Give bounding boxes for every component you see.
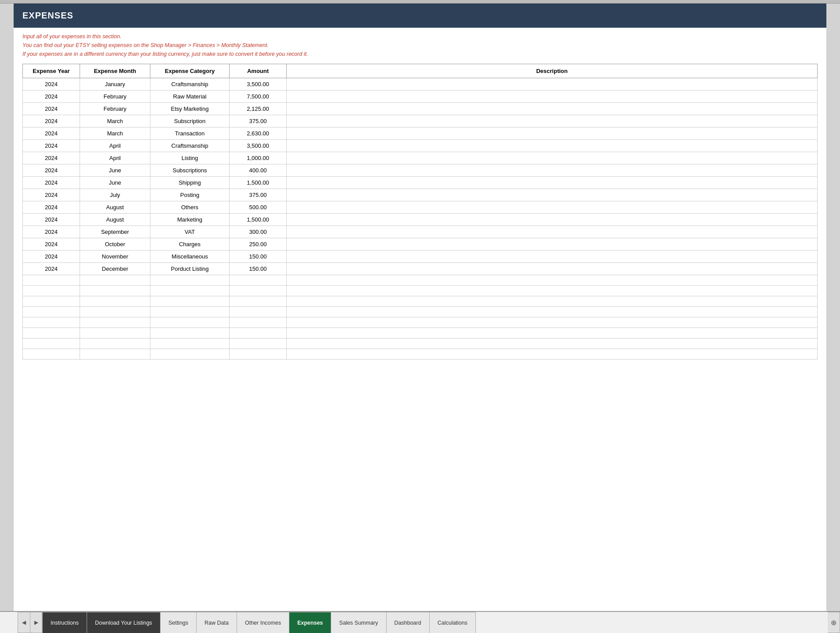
empty-cell[interactable] xyxy=(287,349,818,360)
cell-month[interactable]: June xyxy=(80,164,150,177)
empty-cell[interactable] xyxy=(230,275,287,286)
cell-description[interactable] xyxy=(287,189,818,201)
empty-cell[interactable] xyxy=(150,286,230,296)
cell-description[interactable] xyxy=(287,238,818,251)
tab-prev-button[interactable]: ◀ xyxy=(18,612,30,633)
cell-month[interactable]: October xyxy=(80,238,150,251)
empty-cell[interactable] xyxy=(23,328,80,338)
cell-year[interactable]: 2024 xyxy=(23,127,80,140)
cell-category[interactable]: Listing xyxy=(150,152,230,164)
cell-year[interactable]: 2024 xyxy=(23,115,80,127)
cell-category[interactable]: Miscellaneous xyxy=(150,251,230,263)
empty-cell[interactable] xyxy=(80,328,150,338)
cell-category[interactable]: Posting xyxy=(150,189,230,201)
empty-cell[interactable] xyxy=(23,338,80,349)
cell-category[interactable]: Others xyxy=(150,201,230,214)
cell-amount[interactable]: 500.00 xyxy=(230,201,287,214)
tab-raw-data[interactable]: Raw Data xyxy=(196,612,237,633)
tab-add-button[interactable]: ⊕ xyxy=(828,612,840,633)
table-row[interactable]: 2024AugustMarketing1,500.00 xyxy=(23,214,818,226)
empty-cell[interactable] xyxy=(150,307,230,317)
empty-cell[interactable] xyxy=(23,317,80,328)
tab-dashboard[interactable]: Dashboard xyxy=(386,612,429,633)
empty-cell[interactable] xyxy=(150,275,230,286)
table-row[interactable]: 2024SeptemberVAT300.00 xyxy=(23,226,818,238)
cell-year[interactable]: 2024 xyxy=(23,177,80,189)
table-row[interactable]: 2024JuneSubscriptions400.00 xyxy=(23,164,818,177)
empty-cell[interactable] xyxy=(230,338,287,349)
cell-amount[interactable]: 150.00 xyxy=(230,263,287,275)
cell-amount[interactable]: 375.00 xyxy=(230,189,287,201)
cell-amount[interactable]: 2,125.00 xyxy=(230,103,287,115)
cell-month[interactable]: March xyxy=(80,115,150,127)
cell-year[interactable]: 2024 xyxy=(23,251,80,263)
tab-instructions[interactable]: Instructions xyxy=(42,612,87,633)
cell-month[interactable]: February xyxy=(80,91,150,103)
empty-cell[interactable] xyxy=(230,296,287,307)
cell-month[interactable]: August xyxy=(80,201,150,214)
cell-month[interactable]: April xyxy=(80,152,150,164)
empty-cell[interactable] xyxy=(23,275,80,286)
cell-amount[interactable]: 300.00 xyxy=(230,226,287,238)
table-row[interactable]: 2024FebruaryRaw Material7,500.00 xyxy=(23,91,818,103)
empty-cell[interactable] xyxy=(150,317,230,328)
empty-cell[interactable] xyxy=(230,328,287,338)
cell-amount[interactable]: 1,500.00 xyxy=(230,177,287,189)
empty-cell[interactable] xyxy=(80,286,150,296)
cell-year[interactable]: 2024 xyxy=(23,103,80,115)
cell-description[interactable] xyxy=(287,103,818,115)
empty-cell[interactable] xyxy=(23,349,80,360)
cell-amount[interactable]: 375.00 xyxy=(230,115,287,127)
cell-amount[interactable]: 3,500.00 xyxy=(230,78,287,91)
empty-cell[interactable] xyxy=(287,286,818,296)
cell-month[interactable]: June xyxy=(80,177,150,189)
cell-category[interactable]: Craftsmanship xyxy=(150,140,230,152)
cell-year[interactable]: 2024 xyxy=(23,238,80,251)
empty-cell[interactable] xyxy=(23,307,80,317)
tab-calculations[interactable]: Calculations xyxy=(429,612,476,633)
empty-cell[interactable] xyxy=(287,317,818,328)
table-row[interactable]: 2024JuneShipping1,500.00 xyxy=(23,177,818,189)
empty-cell[interactable] xyxy=(287,338,818,349)
cell-amount[interactable]: 1,000.00 xyxy=(230,152,287,164)
empty-cell[interactable] xyxy=(23,296,80,307)
cell-year[interactable]: 2024 xyxy=(23,214,80,226)
tab-settings[interactable]: Settings xyxy=(160,612,196,633)
empty-cell[interactable] xyxy=(287,275,818,286)
cell-month[interactable]: July xyxy=(80,189,150,201)
cell-year[interactable]: 2024 xyxy=(23,152,80,164)
cell-amount[interactable]: 150.00 xyxy=(230,251,287,263)
cell-year[interactable]: 2024 xyxy=(23,140,80,152)
cell-month[interactable]: August xyxy=(80,214,150,226)
empty-cell[interactable] xyxy=(80,275,150,286)
cell-year[interactable]: 2024 xyxy=(23,189,80,201)
empty-cell[interactable] xyxy=(150,328,230,338)
table-row[interactable]: 2024MarchTransaction2,630.00 xyxy=(23,127,818,140)
empty-cell[interactable] xyxy=(287,307,818,317)
empty-cell[interactable] xyxy=(150,296,230,307)
table-row[interactable]: 2024JanuaryCraftsmanship3,500.00 xyxy=(23,78,818,91)
cell-category[interactable]: Shipping xyxy=(150,177,230,189)
cell-description[interactable] xyxy=(287,91,818,103)
cell-category[interactable]: Charges xyxy=(150,238,230,251)
cell-category[interactable]: Transaction xyxy=(150,127,230,140)
cell-category[interactable]: Porduct Listing xyxy=(150,263,230,275)
cell-description[interactable] xyxy=(287,263,818,275)
cell-amount[interactable]: 400.00 xyxy=(230,164,287,177)
cell-description[interactable] xyxy=(287,214,818,226)
cell-amount[interactable]: 7,500.00 xyxy=(230,91,287,103)
empty-cell[interactable] xyxy=(230,307,287,317)
tab-sales-summary[interactable]: Sales Summary xyxy=(331,612,386,633)
cell-description[interactable] xyxy=(287,177,818,189)
cell-amount[interactable]: 3,500.00 xyxy=(230,140,287,152)
table-row[interactable]: 2024MarchSubscription375.00 xyxy=(23,115,818,127)
cell-month[interactable]: September xyxy=(80,226,150,238)
cell-description[interactable] xyxy=(287,201,818,214)
cell-description[interactable] xyxy=(287,251,818,263)
cell-month[interactable]: April xyxy=(80,140,150,152)
cell-description[interactable] xyxy=(287,164,818,177)
tab-download-your-listings[interactable]: Download Your Listings xyxy=(87,612,160,633)
cell-description[interactable] xyxy=(287,140,818,152)
table-row[interactable]: 2024NovemberMiscellaneous150.00 xyxy=(23,251,818,263)
cell-category[interactable]: Marketing xyxy=(150,214,230,226)
